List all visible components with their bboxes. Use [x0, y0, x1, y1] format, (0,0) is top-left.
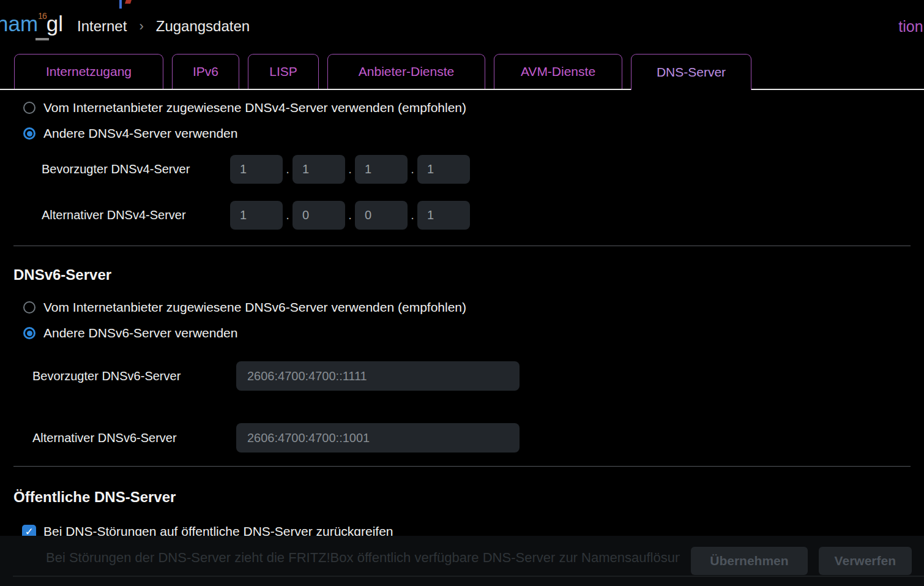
dnsv6-custom-option-row: Andere DNSv6-Server verwenden [13, 320, 911, 346]
dnsv6-alternative-label: Alternativer DNSv6-Server [13, 431, 236, 445]
octet-separator: . [283, 162, 292, 176]
clipped-browser-artifact [118, 0, 133, 9]
dnsv6-custom-label[interactable]: Andere DNSv6-Server verwenden [43, 326, 237, 340]
chevron-right-icon: › [139, 18, 143, 34]
tab-bar: Internetzugang IPv6 LISP Anbieter-Dienst… [0, 54, 924, 90]
logo-superscript: 16 [38, 11, 47, 21]
logo-text-blue: ham [0, 12, 38, 36]
dnsv4-preferred-octet-4[interactable] [417, 155, 470, 184]
logo-text-white: gl [47, 12, 63, 36]
radio-dot [27, 131, 32, 137]
dnsv4-custom-radio[interactable] [23, 127, 35, 140]
dnsv6-alternative-input[interactable] [236, 423, 520, 453]
octet-separator: . [283, 208, 292, 222]
dnsv4-provider-radio[interactable] [23, 102, 35, 114]
dnsv6-preferred-row: Bevorzugter DNSv6-Server [13, 361, 911, 391]
tab-dns-server[interactable]: DNS-Server [631, 54, 751, 90]
discard-button[interactable]: Verwerfen [819, 547, 912, 575]
dnsv4-preferred-octet-3[interactable] [355, 155, 408, 184]
dnsv4-alternative-label: Alternativer DNSv4-Server [13, 208, 230, 222]
octet-separator: . [345, 162, 355, 176]
apply-button[interactable]: Übernehmen [691, 547, 807, 575]
main-content: Vom Internetanbieter zugewiesene DNSv4-S… [0, 95, 924, 541]
section-divider [13, 246, 911, 246]
footer-action-bar: Bei Störungen der DNS-Server zieht die F… [0, 536, 924, 586]
artifact-red-mark [125, 0, 132, 4]
octet-separator: . [408, 162, 417, 176]
breadcrumb: Internet › Zugangsdaten [77, 18, 250, 35]
radio-dot [27, 331, 32, 336]
dnsv6-custom-radio[interactable] [23, 327, 35, 339]
dnsv4-alternative-octet-2[interactable] [292, 201, 345, 230]
public-dns-section-heading: Öffentliche DNS-Server [13, 489, 911, 506]
dnsv6-preferred-label: Bevorzugter DNSv6-Server [13, 369, 236, 383]
tab-internetzugang[interactable]: Internetzugang [14, 54, 163, 89]
dnsv4-preferred-octet-2[interactable] [292, 155, 345, 184]
breadcrumb-zugangsdaten: Zugangsdaten [156, 18, 250, 35]
tab-avm-dienste[interactable]: AVM-Dienste [494, 54, 622, 89]
dnsv4-alternative-octet-1[interactable] [230, 201, 283, 230]
clipped-header-right-text: tionr [898, 18, 924, 36]
tab-anbieter-dienste[interactable]: Anbieter-Dienste [327, 54, 485, 89]
dnsv6-section-heading: DNSv6-Server [13, 266, 911, 284]
footer-divider-line [13, 576, 924, 577]
tab-ipv6[interactable]: IPv6 [172, 54, 239, 89]
octet-separator: . [408, 208, 417, 222]
octet-separator: . [345, 208, 355, 222]
dnsv4-provider-label[interactable]: Vom Internetanbieter zugewiesene DNSv4-S… [43, 100, 466, 115]
dnsv4-preferred-label: Bevorzugter DNSv4-Server [13, 162, 230, 176]
dnsv4-alternative-row: Alternativer DNSv4-Server . . . [13, 201, 911, 230]
artifact-blue-mark [119, 0, 122, 9]
tab-lisp[interactable]: LISP [248, 54, 319, 89]
dnsv6-provider-option-row: Vom Internetanbieter zugewiesene DNSv6-S… [13, 295, 911, 320]
public-dns-description-text: Bei Störungen der DNS-Server zieht die F… [46, 550, 680, 566]
dnsv4-custom-label[interactable]: Andere DNSv4-Server verwenden [43, 126, 237, 141]
section-divider [13, 466, 911, 467]
dnsv6-provider-label[interactable]: Vom Internetanbieter zugewiesene DNSv6-S… [43, 300, 466, 315]
dnsv4-custom-option-row: Andere DNSv4-Server verwenden [13, 121, 911, 146]
dnsv4-provider-option-row: Vom Internetanbieter zugewiesene DNSv4-S… [13, 95, 911, 121]
dnsv6-provider-radio[interactable] [23, 301, 35, 314]
dnsv6-preferred-input[interactable] [236, 361, 520, 391]
breadcrumb-internet[interactable]: Internet [77, 18, 127, 35]
dnsv4-preferred-row: Bevorzugter DNSv4-Server . . . [13, 155, 911, 184]
dnsv4-alternative-octet-4[interactable] [417, 201, 470, 230]
dnsv4-preferred-octet-1[interactable] [230, 155, 283, 184]
header: ham16gl Internet › Zugangsdaten tionr [0, 0, 924, 54]
dnsv4-alternative-octet-3[interactable] [355, 201, 408, 230]
logo-underscore-mark [35, 38, 49, 40]
dnsv6-alternative-row: Alternativer DNSv6-Server [13, 423, 911, 453]
clipped-logo-fragment: ham16gl [0, 11, 63, 36]
